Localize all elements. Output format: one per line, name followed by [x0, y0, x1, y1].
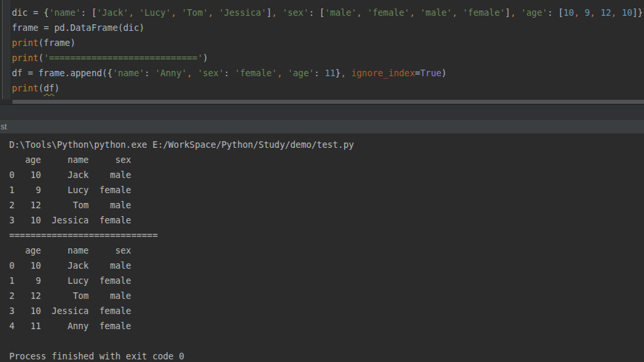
code-editor[interactable]: dic = {'name': ['Jack', 'Lucy', 'Tom', '… [0, 0, 644, 104]
code-line[interactable]: print(frame) [12, 35, 644, 51]
console-line: 0 10 Jack male [9, 258, 644, 273]
console-line [9, 334, 644, 349]
code-line[interactable]: print(df) [12, 81, 644, 96]
code-line[interactable]: print('============================') [12, 51, 644, 66]
run-panel-header: st [0, 119, 644, 133]
code-line[interactable]: frame = pd.DataFrame(dic) [12, 20, 644, 35]
console-line: D:\Tools\Python\python.exe E:/WorkSpace/… [9, 137, 644, 152]
console-line: 1 9 Lucy female [9, 273, 644, 288]
console-line: age name sex [9, 243, 644, 258]
run-console-output[interactable]: D:\Tools\Python\python.exe E:/WorkSpace/… [0, 133, 644, 362]
tab-label[interactable]: st [0, 122, 7, 131]
editor-gutter [2, 0, 11, 104]
console-line: age name sex [9, 152, 644, 168]
console-line: 0 10 Jack male [9, 168, 644, 183]
console-line: 4 11 Anny female [9, 319, 644, 334]
code-line[interactable]: dic = {'name': ['Jack', 'Lucy', 'Tom', '… [12, 5, 644, 20]
console-line: 1 9 Lucy female [9, 183, 644, 198]
console-line: Process finished with exit code 0 [9, 349, 644, 362]
console-line: 2 12 Tom male [9, 288, 644, 304]
horizontal-scrollbar[interactable] [0, 99, 644, 104]
console-line: ============================ [9, 228, 644, 243]
console-line: 3 10 Jessica female [9, 304, 644, 319]
code-area[interactable]: dic = {'name': ['Jack', 'Lucy', 'Tom', '… [11, 0, 644, 104]
scrollbar-thumb[interactable] [12, 100, 644, 104]
console-line: 2 12 Tom male [9, 198, 644, 213]
code-line[interactable]: df = frame.append({'name': 'Anny', 'sex'… [12, 66, 644, 81]
editor-bottom-band [0, 104, 644, 119]
console-line: 3 10 Jessica female [9, 213, 644, 228]
